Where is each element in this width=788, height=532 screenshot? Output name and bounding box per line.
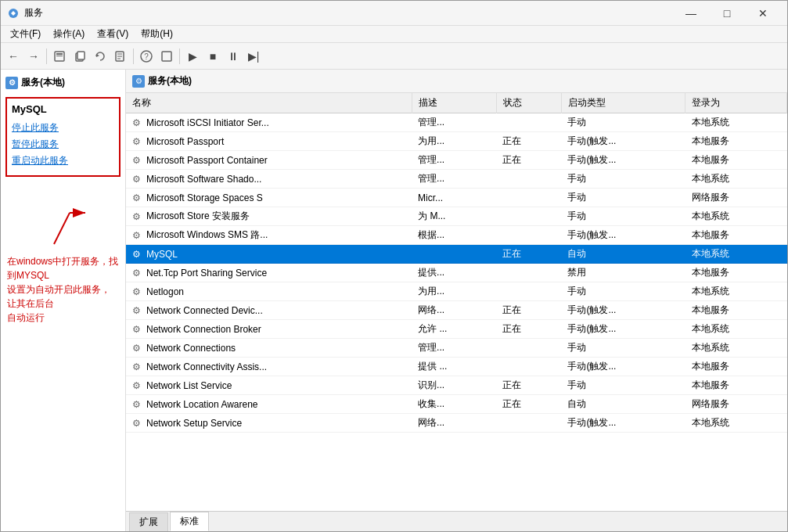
forward-button[interactable]: →: [24, 47, 43, 66]
cell-startup: 手动: [561, 113, 685, 132]
tab-expand[interactable]: 扩展: [129, 512, 168, 531]
table-body: ⚙Microsoft iSCSI Initiator Ser...管理...手动…: [126, 113, 787, 433]
cell-status: 正在: [496, 395, 561, 414]
maximize-button[interactable]: □: [709, 1, 745, 26]
copy-button[interactable]: [70, 47, 89, 66]
table-row[interactable]: ⚙Microsoft iSCSI Initiator Ser...管理...手动…: [126, 113, 787, 132]
table-row[interactable]: ⚙Microsoft Software Shado...管理...手动本地系统: [126, 170, 787, 189]
cell-startup: 手动: [561, 170, 685, 189]
cell-desc: 网络...: [412, 301, 496, 320]
cell-name: ⚙Network List Service: [126, 376, 412, 395]
cell-startup: 手动: [561, 282, 685, 301]
menu-help[interactable]: 帮助(H): [135, 26, 179, 42]
cell-status: [496, 207, 561, 226]
cell-name: ⚙Microsoft Passport: [126, 132, 412, 151]
table-row[interactable]: ⚙Netlogon为用...手动本地系统: [126, 282, 787, 301]
cell-status: [496, 113, 561, 132]
table-row[interactable]: ⚙Microsoft Windows SMS 路...根据...手动(触发...…: [126, 226, 787, 245]
table-row[interactable]: ⚙Net.Tcp Port Sharing Service提供...禁用本地服务: [126, 264, 787, 282]
table-row[interactable]: ⚙Network Location Awarene收集...正在自动网络服务: [126, 395, 787, 414]
cell-login: 本地服务: [685, 151, 787, 170]
services-table[interactable]: 名称 描述 状态 启动类型 登录为 ⚙Microsoft iSCSI Initi…: [126, 93, 787, 511]
back-button[interactable]: ←: [4, 47, 23, 66]
cell-login: 本地系统: [685, 113, 787, 132]
tab-standard[interactable]: 标准: [170, 512, 209, 531]
restart-button[interactable]: ▶|: [244, 47, 263, 66]
svg-rect-3: [56, 56, 63, 56]
table-row[interactable]: ⚙Microsoft Passport为用...正在手动(触发...本地服务: [126, 132, 787, 151]
cell-startup: 手动(触发...: [561, 132, 685, 151]
cell-name: ⚙Net.Tcp Port Sharing Service: [126, 264, 412, 282]
refresh-button[interactable]: [91, 47, 110, 66]
col-desc[interactable]: 描述: [412, 93, 496, 113]
cell-startup: 自动: [561, 395, 685, 414]
table-row[interactable]: ⚙Network Connected Devic...网络...正在手动(触发.…: [126, 301, 787, 320]
cell-desc: 管理...: [412, 339, 496, 358]
menu-action[interactable]: 操作(A): [47, 26, 91, 42]
cell-name: ⚙Network Location Awarene: [126, 395, 412, 414]
sidebar-title: ⚙ 服务(本地): [4, 73, 122, 92]
table-row[interactable]: ⚙MySQL正在自动本地系统: [126, 245, 787, 264]
cell-name: ⚙Microsoft Storage Spaces S: [126, 189, 412, 207]
table-header: 名称 描述 状态 启动类型 登录为: [126, 93, 787, 113]
cell-status: 正在: [496, 376, 561, 395]
cell-login: 本地系统: [685, 414, 787, 433]
cell-desc: 网络...: [412, 414, 496, 433]
export-button[interactable]: [111, 47, 130, 66]
cell-status: 正在: [496, 301, 561, 320]
help-button[interactable]: ?: [137, 47, 156, 66]
restart-service-link[interactable]: 重启动此服务: [12, 154, 114, 167]
cell-status: [496, 414, 561, 433]
cell-name: ⚙Microsoft Windows SMS 路...: [126, 226, 412, 245]
minimize-button[interactable]: —: [673, 1, 709, 26]
cell-login: 本地系统: [685, 245, 787, 264]
menu-file[interactable]: 文件(F): [4, 26, 47, 42]
table-row[interactable]: ⚙Network Setup Service网络...手动(触发...本地系统: [126, 414, 787, 433]
stop-button[interactable]: ■: [203, 47, 222, 66]
cell-desc: 为用...: [412, 132, 496, 151]
pause-button[interactable]: ⏸: [224, 47, 243, 66]
col-name[interactable]: 名称: [126, 93, 412, 113]
col-login[interactable]: 登录为: [685, 93, 787, 113]
cell-startup: 手动(触发...: [561, 151, 685, 170]
start-button[interactable]: ▶: [183, 47, 202, 66]
properties-button[interactable]: [157, 47, 176, 66]
cell-desc: 为用...: [412, 282, 496, 301]
up-button[interactable]: [50, 47, 69, 66]
table-row[interactable]: ⚙Network List Service识别...正在手动本地服务: [126, 376, 787, 395]
cell-desc: 允许 ...: [412, 320, 496, 339]
table-row[interactable]: ⚙Network Connection Broker允许 ...正在手动(触发.…: [126, 320, 787, 339]
close-button[interactable]: ✕: [745, 1, 781, 26]
pause-service-link[interactable]: 暂停此服务: [12, 138, 114, 151]
right-header-icon: ⚙: [132, 75, 145, 88]
table-row[interactable]: ⚙Network Connections管理...手动本地系统: [126, 339, 787, 358]
svg-rect-13: [162, 52, 171, 61]
table-row[interactable]: ⚙Microsoft Store 安装服务为 M...手动本地系统: [126, 207, 787, 226]
cell-name: ⚙Microsoft iSCSI Initiator Ser...: [126, 113, 412, 132]
cell-status: 正在: [496, 320, 561, 339]
table-row[interactable]: ⚙Microsoft Storage Spaces SMicr...手动网络服务: [126, 189, 787, 207]
menubar: 文件(F) 操作(A) 查看(V) 帮助(H): [1, 26, 787, 43]
bottom-tabs: 扩展 标准: [126, 511, 787, 531]
cell-name: ⚙Netlogon: [126, 282, 412, 301]
cell-name: ⚙MySQL: [126, 245, 412, 264]
cell-name: ⚙Microsoft Store 安装服务: [126, 207, 412, 226]
col-status[interactable]: 状态: [496, 93, 561, 113]
context-panel-title: MySQL: [12, 103, 114, 115]
cell-login: 本地系统: [685, 207, 787, 226]
menu-view[interactable]: 查看(V): [91, 26, 135, 42]
sep2: [133, 49, 134, 64]
table-row[interactable]: ⚙Microsoft Passport Container管理...正在手动(触…: [126, 151, 787, 170]
cell-login: 本地系统: [685, 339, 787, 358]
svg-rect-5: [77, 52, 85, 59]
cell-startup: 手动(触发...: [561, 320, 685, 339]
col-startup[interactable]: 启动类型: [561, 93, 685, 113]
cell-login: 本地服务: [685, 226, 787, 245]
titlebar: 服务 — □ ✕: [1, 1, 787, 26]
cell-status: 正在: [496, 245, 561, 264]
table-row[interactable]: ⚙Network Connectivity Assis...提供 ...手动(触…: [126, 358, 787, 376]
cell-login: 网络服务: [685, 189, 787, 207]
stop-service-link[interactable]: 停止此服务: [12, 121, 114, 135]
cell-name: ⚙Microsoft Passport Container: [126, 151, 412, 170]
cell-login: 本地服务: [685, 264, 787, 282]
